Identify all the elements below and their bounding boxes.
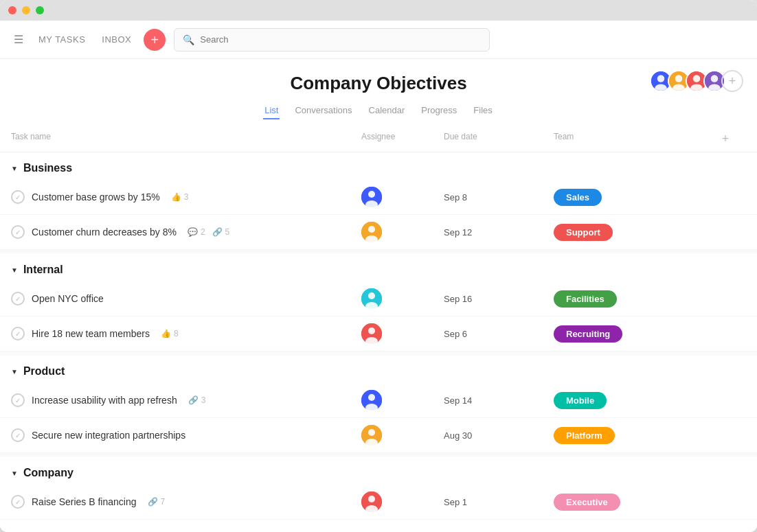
section-title-product: Product [23, 365, 65, 378]
team-badge[interactable]: Platform [554, 427, 615, 444]
team-badge-cell: Facilities [554, 290, 705, 308]
my-tasks-link[interactable]: MY TASKS [34, 32, 89, 47]
due-date: Sep 8 [444, 192, 554, 203]
assignee-cell [361, 187, 444, 207]
check-icon: ✓ [15, 432, 21, 439]
app-window: ☰ MY TASKS INBOX + 🔍 Company Objectives [0, 0, 757, 532]
section-product[interactable]: ▼ Product [0, 356, 757, 383]
table-row: ✓ Customer base grows by 15% 👍 3 Sep 8 S… [0, 180, 757, 215]
team-badge[interactable]: Sales [554, 189, 602, 206]
task-meta: 🔗 3 [188, 395, 206, 405]
task-checkbox[interactable]: ✓ [11, 327, 25, 340]
task-checkbox[interactable]: ✓ [11, 495, 25, 509]
team-badge[interactable]: Recruiting [554, 325, 622, 343]
col-team: Team [554, 132, 705, 146]
table-header: Task name Assignee Due date Team + [0, 126, 757, 152]
assignee-avatar[interactable] [361, 288, 382, 309]
svg-point-16 [368, 226, 375, 233]
add-member-button[interactable]: + [721, 70, 743, 92]
page-title: Company Objectives [290, 73, 466, 94]
avatar-group: + [650, 70, 743, 92]
task-name: Increase usability with app refresh [32, 395, 177, 406]
assignee-cell [361, 425, 444, 446]
add-column-button[interactable]: + [705, 132, 746, 146]
team-badge[interactable]: Support [554, 224, 613, 241]
tab-conversations[interactable]: Conversations [293, 102, 353, 119]
section-title-internal: Internal [23, 264, 63, 276]
hamburger-icon[interactable]: ☰ [11, 30, 26, 49]
meta-links: 🔗 7 [148, 497, 166, 507]
meta-links: 🔗 5 [212, 227, 230, 237]
assignee-cell [361, 390, 444, 410]
svg-point-7 [693, 75, 701, 82]
assignee-cell [361, 288, 444, 309]
assignee-avatar[interactable] [361, 425, 382, 446]
table-row: ✓ Hire 18 new team members 👍 8 Sep 6 Rec… [0, 316, 757, 351]
task-name-cell: ✓ Customer churn decreases by 8% 💬 2 🔗 5 [11, 225, 361, 239]
table-row: ✓ Open NYC office Sep 16 Facilities [0, 281, 757, 316]
svg-point-1 [657, 75, 665, 82]
section-company[interactable]: ▼ Company [0, 457, 757, 485]
col-task-name: Task name [11, 132, 361, 146]
section-triangle-company: ▼ [11, 470, 18, 477]
team-badge[interactable]: Executive [554, 494, 620, 511]
assignee-avatar[interactable] [361, 323, 382, 344]
team-badge[interactable]: Mobile [554, 392, 607, 409]
due-date: Sep 14 [444, 395, 554, 406]
add-button[interactable]: + [144, 29, 166, 51]
inbox-link[interactable]: INBOX [98, 32, 135, 47]
section-title-company: Company [23, 467, 74, 479]
task-meta: 🔗 7 [148, 497, 166, 507]
search-input[interactable] [200, 34, 481, 45]
minimize-dot[interactable] [22, 6, 30, 14]
task-name-cell: ✓ Raise Series B financing 🔗 7 [11, 495, 361, 509]
task-checkbox[interactable]: ✓ [11, 190, 25, 204]
task-name-cell: ✓ Increase usability with app refresh 🔗 … [11, 393, 361, 407]
top-nav: ☰ MY TASKS INBOX + 🔍 [0, 21, 757, 59]
section-triangle-product: ▼ [11, 368, 18, 375]
task-name: Customer base grows by 15% [32, 192, 160, 203]
section-business[interactable]: ▼ Business [0, 152, 757, 180]
meta-likes: 👍 8 [161, 329, 179, 338]
close-dot[interactable] [8, 6, 16, 14]
task-name: Secure new integration partnerships [32, 430, 185, 441]
team-badge-cell: Sales [554, 189, 705, 206]
assignee-cell [361, 491, 444, 512]
team-badge-cell: Support [554, 224, 705, 241]
tab-files[interactable]: Files [472, 102, 493, 119]
svg-point-28 [368, 429, 375, 436]
assignee-avatar[interactable] [361, 222, 382, 242]
assignee-avatar[interactable] [361, 390, 382, 410]
team-badge-cell: Mobile [554, 392, 705, 409]
check-icon: ✓ [15, 397, 21, 404]
search-box: 🔍 [174, 28, 490, 51]
tab-calendar[interactable]: Calendar [368, 102, 407, 119]
task-name: Open NYC office [32, 293, 104, 304]
task-checkbox[interactable]: ✓ [11, 225, 25, 239]
assignee-avatar[interactable] [361, 491, 382, 512]
due-date: Sep 16 [444, 294, 554, 304]
due-date: Sep 12 [444, 227, 554, 238]
svg-point-10 [711, 75, 719, 82]
svg-point-25 [368, 394, 375, 401]
tab-list[interactable]: List [263, 102, 280, 119]
task-name: Customer churn decreases by 8% [32, 227, 177, 238]
task-meta: 👍 3 [171, 192, 189, 202]
task-name-cell: ✓ Hire 18 new team members 👍 8 [11, 327, 361, 340]
tab-progress[interactable]: Progress [420, 102, 458, 119]
table-row: ✓ Secure new integration partnerships Au… [0, 418, 757, 453]
task-checkbox[interactable]: ✓ [11, 393, 25, 407]
page-header: Company Objectives [0, 59, 757, 126]
assignee-cell [361, 222, 444, 242]
section-triangle-business: ▼ [11, 165, 18, 172]
section-internal[interactable]: ▼ Internal [0, 254, 757, 281]
task-meta: 👍 8 [161, 329, 179, 338]
team-badge[interactable]: Facilities [554, 290, 617, 308]
assignee-avatar[interactable] [361, 187, 382, 207]
col-assignee: Assignee [361, 132, 444, 146]
maximize-dot[interactable] [36, 6, 44, 14]
task-checkbox[interactable]: ✓ [11, 292, 25, 305]
task-checkbox[interactable]: ✓ [11, 428, 25, 442]
svg-point-22 [368, 327, 375, 334]
titlebar [0, 0, 757, 21]
